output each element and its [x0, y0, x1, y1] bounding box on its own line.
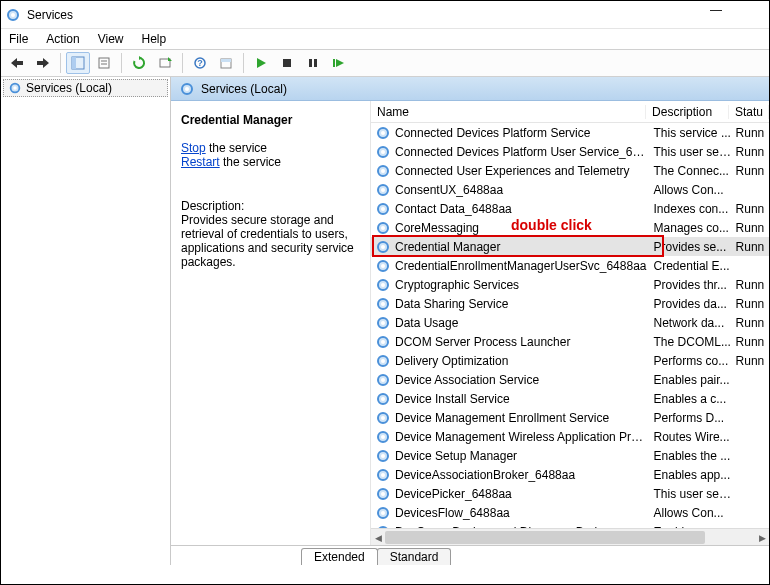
svg-point-33: [381, 188, 385, 192]
scroll-thumb[interactable]: [385, 531, 705, 544]
service-name: ConsentUX_6488aa: [395, 183, 650, 197]
tab-extended[interactable]: Extended: [301, 548, 378, 565]
show-hide-tree-button[interactable]: [66, 52, 90, 74]
horizontal-scrollbar[interactable]: ◀ ▶: [371, 528, 769, 545]
service-name: CoreMessaging: [395, 221, 650, 235]
service-status: Runn: [732, 354, 769, 368]
description-text: Provides secure storage and retrieval of…: [181, 213, 360, 269]
column-headers: Name Description Statu: [371, 101, 769, 123]
service-row[interactable]: ConsentUX_6488aaAllows Con...: [371, 180, 769, 199]
service-row[interactable]: Delivery OptimizationPerforms co...Runn: [371, 351, 769, 370]
menu-view[interactable]: View: [98, 32, 124, 46]
service-status: Runn: [732, 297, 769, 311]
service-row[interactable]: Connected Devices Platform User Service_…: [371, 142, 769, 161]
column-header-name[interactable]: Name: [371, 105, 646, 119]
service-description: Routes Wire...: [650, 430, 732, 444]
service-name: DCOM Server Process Launcher: [395, 335, 650, 349]
calendar-button[interactable]: [214, 52, 238, 74]
svg-point-1: [11, 13, 15, 17]
tree-root-services-local[interactable]: Services (Local): [3, 79, 168, 97]
service-row[interactable]: DCOM Server Process LauncherThe DCOML...…: [371, 332, 769, 351]
services-icon: [5, 7, 21, 23]
pause-service-button[interactable]: [301, 52, 325, 74]
service-description: The DCOML...: [650, 335, 732, 349]
service-name: Connected Devices Platform Service: [395, 126, 650, 140]
svg-point-49: [381, 340, 385, 344]
forward-button[interactable]: [31, 52, 55, 74]
service-name: Credential Manager: [395, 240, 650, 254]
back-button[interactable]: [5, 52, 29, 74]
stop-service-link[interactable]: Stop: [181, 141, 206, 155]
service-row[interactable]: DevicePicker_6488aaThis user ser...: [371, 484, 769, 503]
service-row[interactable]: Device Install ServiceEnables a c...: [371, 389, 769, 408]
restart-service-link[interactable]: Restart: [181, 155, 220, 169]
menu-file[interactable]: File: [9, 32, 28, 46]
service-row[interactable]: Device Management Wireless Application P…: [371, 427, 769, 446]
service-row[interactable]: DevicesFlow_6488aaAllows Con...: [371, 503, 769, 522]
service-status: Runn: [732, 202, 769, 216]
start-service-button[interactable]: [249, 52, 273, 74]
maximize-button[interactable]: [745, 3, 767, 21]
refresh-button[interactable]: [127, 52, 151, 74]
tab-standard[interactable]: Standard: [377, 548, 452, 565]
service-description: This user ser...: [650, 487, 732, 501]
service-name: DevicesFlow_6488aa: [395, 506, 650, 520]
service-description: Network da...: [650, 316, 732, 330]
restart-service-button[interactable]: [327, 52, 351, 74]
service-name: Device Management Wireless Application P…: [395, 430, 650, 444]
service-name: Cryptographic Services: [395, 278, 650, 292]
selected-service-name: Credential Manager: [181, 113, 360, 127]
service-name: Delivery Optimization: [395, 354, 650, 368]
service-row[interactable]: Cryptographic ServicesProvides thr...Run…: [371, 275, 769, 294]
svg-point-25: [185, 87, 189, 91]
svg-point-47: [381, 321, 385, 325]
service-row[interactable]: CredentialEnrollmentManagerUserSvc_6488a…: [371, 256, 769, 275]
service-name: Contact Data_6488aa: [395, 202, 650, 216]
svg-point-55: [381, 397, 385, 401]
column-header-status[interactable]: Statu: [729, 105, 769, 119]
menu-action[interactable]: Action: [46, 32, 79, 46]
service-row[interactable]: Connected Devices Platform ServiceThis s…: [371, 123, 769, 142]
help-button[interactable]: ?: [188, 52, 212, 74]
svg-point-31: [381, 169, 385, 173]
svg-point-29: [381, 150, 385, 154]
stop-service-button[interactable]: [275, 52, 299, 74]
svg-point-53: [381, 378, 385, 382]
service-row[interactable]: Contact Data_6488aaIndexes con...Runn: [371, 199, 769, 218]
service-description: Provides thr...: [650, 278, 732, 292]
minimize-button[interactable]: [705, 3, 727, 21]
service-description: Provides da...: [650, 297, 732, 311]
svg-rect-20: [333, 59, 335, 67]
service-description: The Connec...: [650, 164, 732, 178]
service-status: Runn: [732, 316, 769, 330]
column-header-description[interactable]: Description: [646, 105, 729, 119]
export-button[interactable]: [153, 52, 177, 74]
service-row[interactable]: DeviceAssociationBroker_6488aaEnables ap…: [371, 465, 769, 484]
scroll-right-button[interactable]: ▶: [755, 529, 769, 546]
service-status: Runn: [732, 145, 769, 159]
service-row[interactable]: Credential ManagerProvides se...Runn: [371, 237, 769, 256]
service-description: This service ...: [650, 126, 732, 140]
properties-button[interactable]: [92, 52, 116, 74]
service-row[interactable]: Data UsageNetwork da...Runn: [371, 313, 769, 332]
menu-help[interactable]: Help: [142, 32, 167, 46]
service-name: Device Association Service: [395, 373, 650, 387]
service-description: This user ser...: [650, 145, 732, 159]
svg-point-67: [381, 511, 385, 515]
scroll-left-button[interactable]: ◀: [371, 529, 385, 546]
service-row[interactable]: Connected User Experiences and Telemetry…: [371, 161, 769, 180]
service-row[interactable]: Device Management Enrollment ServicePerf…: [371, 408, 769, 427]
service-status: Runn: [732, 221, 769, 235]
service-row[interactable]: CoreMessagingManages co...Runn: [371, 218, 769, 237]
service-row[interactable]: Device Setup ManagerEnables the ...: [371, 446, 769, 465]
svg-point-39: [381, 245, 385, 249]
service-row[interactable]: Device Association ServiceEnables pair..…: [371, 370, 769, 389]
service-list[interactable]: Connected Devices Platform ServiceThis s…: [371, 123, 769, 528]
svg-rect-15: [221, 59, 231, 62]
service-name: CredentialEnrollmentManagerUserSvc_6488a…: [395, 259, 650, 273]
service-status: Runn: [732, 278, 769, 292]
service-name: Device Management Enrollment Service: [395, 411, 650, 425]
service-description: Credential E...: [650, 259, 732, 273]
detail-panel: Credential Manager Stop the service Rest…: [171, 101, 371, 545]
service-row[interactable]: Data Sharing ServiceProvides da...Runn: [371, 294, 769, 313]
